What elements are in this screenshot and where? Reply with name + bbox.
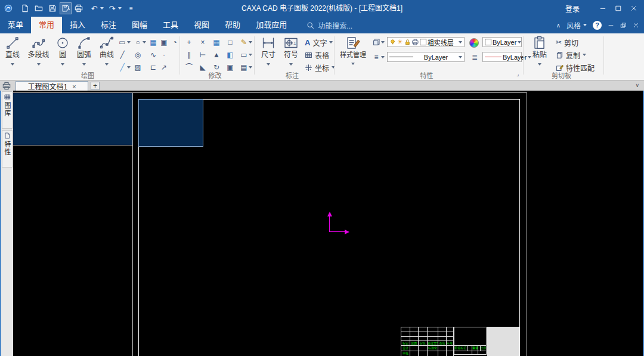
undo-button[interactable]: ↶: [88, 2, 100, 14]
color-select[interactable]: ByLayer: [482, 37, 522, 47]
symbol-icon: [281, 35, 301, 51]
group-label-annotate: 标注: [255, 70, 330, 80]
color-picker-icon[interactable]: [469, 38, 479, 48]
cut-button[interactable]: ✂ 剪切: [556, 37, 578, 48]
tb-cell: 处数: [410, 341, 418, 345]
spline-button[interactable]: 曲线: [95, 35, 118, 67]
ellipse-icon[interactable]: ○: [132, 37, 143, 48]
symbol-button[interactable]: 符号: [281, 35, 301, 67]
stretch-icon[interactable]: □: [225, 37, 236, 48]
point-icon[interactable]: ·: [159, 49, 169, 60]
paste-button[interactable]: 粘贴: [528, 35, 551, 67]
minimize-window-button[interactable]: [595, 2, 611, 14]
print-button[interactable]: [73, 2, 85, 14]
trim-icon[interactable]: ×: [197, 37, 208, 48]
group-clipboard: 粘贴 ✂ 剪切 复制 特性匹配 剪切板: [524, 33, 604, 80]
tab-view[interactable]: 视图: [186, 17, 217, 33]
extend-icon[interactable]: ⊢: [197, 49, 208, 60]
app-icon[interactable]: [2, 2, 14, 14]
tb-cell: 更改文件号: [428, 341, 438, 345]
tb-cell: 设计: [401, 346, 410, 351]
doc-close-icon[interactable]: [633, 22, 639, 29]
drawing-canvas[interactable]: 标记 处数 分区 更改文件号 签名 年月日 设计 标准化 审核 阶段标记 重量 …: [13, 91, 644, 356]
panel-tab-library[interactable]: 图库: [2, 91, 13, 129]
group-modify: + × ▦ □ ✎ ∥ ⊢ ▲ ◧ ▭ ⌒ ◣ ↻ ▣ ▤ 修改: [180, 33, 255, 80]
donut-icon[interactable]: ◔: [169, 37, 180, 48]
polygon-icon[interactable]: ◎: [132, 49, 143, 60]
redo-dropdown-caret[interactable]: [118, 7, 122, 10]
color-select-caret: [518, 41, 521, 44]
tab-load-apps[interactable]: 加载应用: [248, 17, 295, 33]
tab-sheet[interactable]: 图幅: [124, 17, 155, 33]
edit-pencil-icon[interactable]: ✎: [239, 37, 249, 48]
group-properties: 样式管理 ☀ 粗实线层 ByLayer ≡: [335, 33, 524, 80]
move-icon[interactable]: +: [184, 37, 194, 48]
tab-annotate[interactable]: 标注: [93, 17, 124, 33]
text-button[interactable]: A 文字: [305, 37, 333, 48]
mirror-icon[interactable]: ▲: [211, 49, 222, 60]
maximize-window-button[interactable]: [611, 2, 626, 14]
tb-cell: 分区: [419, 341, 427, 345]
lineweight-caret[interactable]: [381, 52, 386, 63]
redo-button[interactable]: ↷: [106, 2, 118, 14]
collapse-ribbon-button[interactable]: ∧: [556, 22, 561, 29]
help-icon[interactable]: ?: [593, 21, 602, 30]
undo-dropdown-caret[interactable]: [100, 7, 104, 10]
linetype-select[interactable]: ByLayer: [387, 52, 465, 62]
circle-button[interactable]: 圆: [53, 35, 72, 67]
tab-menu[interactable]: 菜单: [0, 17, 31, 33]
lineweight-icon[interactable]: ≡: [371, 52, 382, 63]
close-window-button[interactable]: [626, 2, 642, 14]
layer-select[interactable]: ☀ 粗实线层: [387, 37, 465, 47]
tab-help[interactable]: 帮助: [217, 17, 248, 33]
layer-freeze-sun-icon: ☀: [397, 38, 403, 46]
offset-icon[interactable]: ∥: [184, 49, 194, 60]
clip-icon[interactable]: ◧: [225, 49, 236, 60]
line-button[interactable]: 直线: [1, 35, 24, 67]
copy-button[interactable]: 复制: [556, 49, 586, 60]
document-tab-close-icon[interactable]: ×: [72, 83, 76, 90]
ribbon: 直线 多段线 圆 圆弧 曲线 ▭ ○ ▦ ▣: [0, 33, 644, 81]
doc-restore-icon[interactable]: [620, 22, 627, 29]
frame-caret[interactable]: [249, 49, 253, 60]
document-printer-icon[interactable]: [2, 82, 11, 91]
customize-toolbar-button[interactable]: ≡: [125, 2, 137, 14]
tab-tools[interactable]: 工具: [155, 17, 186, 33]
edit-pencil-caret[interactable]: [249, 37, 253, 48]
frame-icon[interactable]: ▭: [239, 49, 249, 60]
style-menu-button[interactable]: 风格: [566, 20, 587, 30]
function-search[interactable]: 功能搜索...: [306, 17, 352, 33]
table-button[interactable]: 表格: [305, 49, 329, 60]
panel-tab-properties[interactable]: 特性: [2, 130, 13, 168]
tab-overflow-chevron-icon[interactable]: ∨: [635, 82, 639, 88]
document-tab-active[interactable]: 工程图文档1 ×: [16, 81, 88, 91]
save-as-button[interactable]: [60, 2, 72, 14]
layer-tool-icon[interactable]: [371, 37, 382, 48]
block-icon[interactable]: ▣: [159, 37, 169, 48]
login-button[interactable]: 登录: [565, 4, 580, 14]
linestack-icon[interactable]: ≣: [469, 52, 480, 63]
open-file-button[interactable]: [33, 2, 45, 14]
tab-insert[interactable]: 插入: [62, 17, 93, 33]
new-file-button[interactable]: [19, 2, 31, 14]
formula-curve-icon[interactable]: ∿: [148, 49, 159, 60]
rectangle-caret[interactable]: [127, 37, 132, 48]
ellipse-caret[interactable]: [143, 37, 147, 48]
layer-tool-caret[interactable]: [381, 37, 386, 48]
tb-cell: 比例: [481, 346, 486, 351]
properties-dialog-launcher[interactable]: ⌟: [516, 71, 519, 77]
save-button[interactable]: [47, 2, 58, 14]
thick-line-icon[interactable]: ╱: [117, 49, 128, 60]
tab-common[interactable]: 常用: [31, 17, 62, 33]
arc-button[interactable]: 圆弧: [73, 35, 95, 67]
array-icon[interactable]: ▦: [211, 37, 222, 48]
hatch-icon[interactable]: ▦: [148, 37, 159, 48]
new-document-tab-button[interactable]: +: [91, 82, 100, 90]
style-manager-button[interactable]: 样式管理: [337, 35, 369, 66]
current-color-value: ByLayer: [493, 39, 516, 46]
polyline-button[interactable]: 多段线: [24, 35, 52, 67]
doc-minimize-icon[interactable]: [608, 22, 614, 29]
rectangle-icon[interactable]: ▭: [117, 37, 128, 48]
dimension-button[interactable]: 尺寸: [258, 35, 278, 67]
linewidth-select[interactable]: ByLayer: [482, 52, 522, 62]
